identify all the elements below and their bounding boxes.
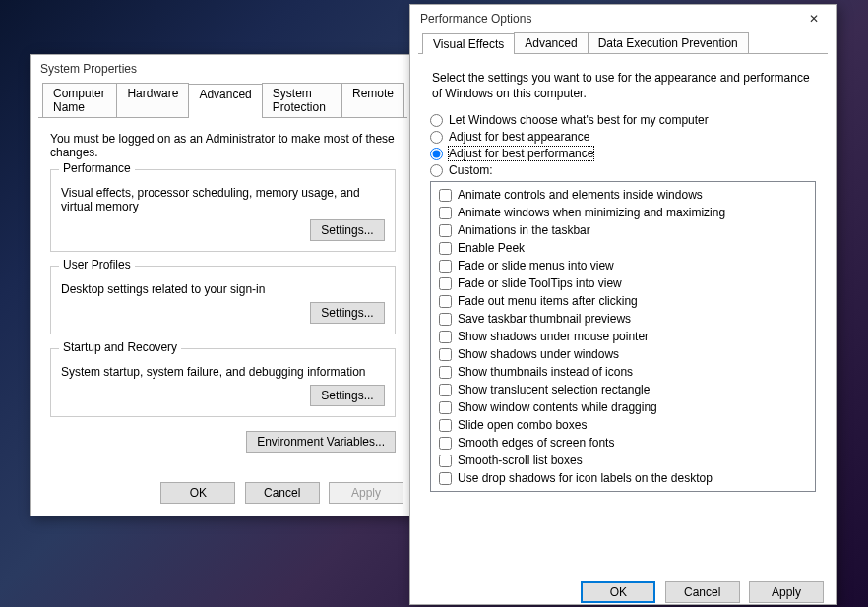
check-option-1[interactable]: Animate windows when minimizing and maxi… bbox=[437, 204, 809, 221]
check-input-4[interactable] bbox=[439, 260, 452, 273]
radio-input-3[interactable] bbox=[430, 164, 443, 177]
check-input-1[interactable] bbox=[439, 207, 452, 219]
user-profiles-settings-button[interactable]: Settings... bbox=[310, 302, 385, 324]
group-performance-desc: Visual effects, processor scheduling, me… bbox=[61, 186, 385, 213]
sysprops-apply-button[interactable]: Apply bbox=[329, 482, 403, 504]
environment-variables-button[interactable]: Environment Variables... bbox=[246, 431, 396, 453]
check-option-10[interactable]: Show thumbnails instead of icons bbox=[437, 363, 809, 381]
check-input-8[interactable] bbox=[439, 331, 452, 343]
check-option-7[interactable]: Save taskbar thumbnail previews bbox=[437, 310, 809, 328]
group-user-profiles-legend: User Profiles bbox=[59, 258, 135, 272]
check-input-15[interactable] bbox=[439, 455, 452, 467]
radio-option-1[interactable]: Adjust for best appearance bbox=[430, 130, 816, 144]
check-option-13[interactable]: Slide open combo boxes bbox=[437, 416, 809, 434]
check-label-2: Animations in the taskbar bbox=[458, 221, 590, 239]
tab-hardware[interactable]: Hardware bbox=[116, 83, 189, 117]
check-input-9[interactable] bbox=[439, 348, 452, 361]
sysprops-cancel-button[interactable]: Cancel bbox=[245, 482, 320, 504]
check-option-0[interactable]: Animate controls and elements inside win… bbox=[437, 186, 809, 204]
check-label-14: Smooth edges of screen fonts bbox=[458, 434, 614, 452]
performance-options-tab-body: Select the settings you want to use for … bbox=[418, 54, 828, 566]
performance-settings-button[interactable]: Settings... bbox=[310, 219, 385, 241]
check-option-12[interactable]: Show window contents while dragging bbox=[437, 398, 809, 416]
system-properties-button-row: OK Cancel Apply bbox=[31, 474, 415, 512]
check-option-11[interactable]: Show translucent selection rectangle bbox=[437, 381, 809, 398]
check-input-12[interactable] bbox=[439, 401, 452, 414]
check-option-14[interactable]: Smooth edges of screen fonts bbox=[437, 434, 809, 452]
visual-effects-check-list[interactable]: Animate controls and elements inside win… bbox=[430, 181, 816, 492]
radio-label-2: Adjust for best performance bbox=[449, 147, 593, 160]
admin-note: You must be logged on as an Administrato… bbox=[50, 132, 396, 159]
check-option-8[interactable]: Show shadows under mouse pointer bbox=[437, 328, 809, 345]
radio-input-1[interactable] bbox=[430, 131, 443, 144]
tab-dep[interactable]: Data Execution Prevention bbox=[588, 32, 749, 53]
group-user-profiles: User Profiles Desktop settings related t… bbox=[50, 266, 396, 334]
check-option-3[interactable]: Enable Peek bbox=[437, 239, 809, 257]
check-label-13: Slide open combo boxes bbox=[458, 416, 587, 434]
check-label-9: Show shadows under windows bbox=[458, 345, 619, 363]
check-option-4[interactable]: Fade or slide menus into view bbox=[437, 257, 809, 274]
check-input-11[interactable] bbox=[439, 384, 452, 396]
check-input-2[interactable] bbox=[439, 224, 452, 237]
check-input-6[interactable] bbox=[439, 295, 452, 308]
check-label-0: Animate controls and elements inside win… bbox=[458, 186, 703, 204]
check-option-15[interactable]: Smooth-scroll list boxes bbox=[437, 452, 809, 469]
check-input-16[interactable] bbox=[439, 472, 452, 485]
startup-recovery-settings-button[interactable]: Settings... bbox=[310, 385, 385, 406]
check-label-7: Save taskbar thumbnail previews bbox=[458, 310, 631, 328]
close-icon[interactable]: ✕ bbox=[794, 6, 834, 31]
system-properties-tab-body: You must be logged on as an Administrato… bbox=[38, 118, 407, 466]
tab-computer-name[interactable]: Computer Name bbox=[42, 83, 117, 117]
performance-options-title: Performance Options bbox=[420, 12, 794, 26]
performance-options-tabstrip: Visual Effects Advanced Data Execution P… bbox=[418, 32, 828, 54]
perfopts-ok-button[interactable]: OK bbox=[581, 581, 655, 603]
check-input-3[interactable] bbox=[439, 242, 452, 255]
check-option-9[interactable]: Show shadows under windows bbox=[437, 345, 809, 363]
radio-label-0: Let Windows choose what's best for my co… bbox=[449, 113, 709, 127]
system-properties-titlebar: System Properties bbox=[31, 55, 415, 83]
check-input-10[interactable] bbox=[439, 366, 452, 379]
visual-effects-intro: Select the settings you want to use for … bbox=[432, 70, 814, 101]
radio-input-2[interactable] bbox=[430, 148, 443, 160]
tab-visual-effects[interactable]: Visual Effects bbox=[422, 33, 515, 54]
check-label-15: Smooth-scroll list boxes bbox=[458, 452, 583, 469]
sysprops-ok-button[interactable]: OK bbox=[160, 482, 235, 504]
check-input-7[interactable] bbox=[439, 313, 452, 326]
radio-input-0[interactable] bbox=[430, 114, 443, 127]
check-label-5: Fade or slide ToolTips into view bbox=[458, 274, 622, 292]
group-startup-recovery: Startup and Recovery System startup, sys… bbox=[50, 348, 396, 417]
tab-advanced[interactable]: Advanced bbox=[188, 84, 262, 118]
check-input-0[interactable] bbox=[439, 189, 452, 202]
group-performance: Performance Visual effects, processor sc… bbox=[50, 169, 396, 252]
visual-effects-radio-group: Let Windows choose what's best for my co… bbox=[430, 113, 816, 177]
check-input-5[interactable] bbox=[439, 277, 452, 290]
check-label-11: Show translucent selection rectangle bbox=[458, 381, 650, 398]
check-label-8: Show shadows under mouse pointer bbox=[458, 328, 649, 345]
check-input-13[interactable] bbox=[439, 419, 452, 432]
radio-option-3[interactable]: Custom: bbox=[430, 163, 816, 177]
performance-options-window: Performance Options ✕ Visual Effects Adv… bbox=[409, 4, 837, 605]
radio-option-0[interactable]: Let Windows choose what's best for my co… bbox=[430, 113, 816, 127]
performance-options-button-row: OK Cancel Apply bbox=[410, 574, 836, 607]
check-label-16: Use drop shadows for icon labels on the … bbox=[458, 469, 713, 487]
check-option-2[interactable]: Animations in the taskbar bbox=[437, 221, 809, 239]
check-option-6[interactable]: Fade out menu items after clicking bbox=[437, 292, 809, 310]
tab-system-protection[interactable]: System Protection bbox=[262, 83, 342, 117]
radio-option-2[interactable]: Adjust for best performance bbox=[430, 147, 816, 160]
check-option-16[interactable]: Use drop shadows for icon labels on the … bbox=[437, 469, 809, 487]
tab-perf-advanced[interactable]: Advanced bbox=[514, 32, 588, 53]
system-properties-tabstrip: Computer Name Hardware Advanced System P… bbox=[38, 83, 407, 118]
system-properties-window: System Properties Computer Name Hardware… bbox=[30, 54, 416, 516]
group-performance-legend: Performance bbox=[59, 161, 135, 175]
check-option-5[interactable]: Fade or slide ToolTips into view bbox=[437, 274, 809, 292]
check-label-10: Show thumbnails instead of icons bbox=[458, 363, 633, 381]
perfopts-apply-button[interactable]: Apply bbox=[749, 581, 824, 603]
tab-remote[interactable]: Remote bbox=[341, 83, 404, 117]
group-startup-recovery-desc: System startup, system failure, and debu… bbox=[61, 365, 385, 379]
check-label-12: Show window contents while dragging bbox=[458, 398, 657, 416]
system-properties-title: System Properties bbox=[40, 62, 413, 76]
check-label-1: Animate windows when minimizing and maxi… bbox=[458, 204, 725, 221]
check-label-4: Fade or slide menus into view bbox=[458, 257, 614, 274]
check-input-14[interactable] bbox=[439, 437, 452, 450]
perfopts-cancel-button[interactable]: Cancel bbox=[665, 581, 740, 603]
